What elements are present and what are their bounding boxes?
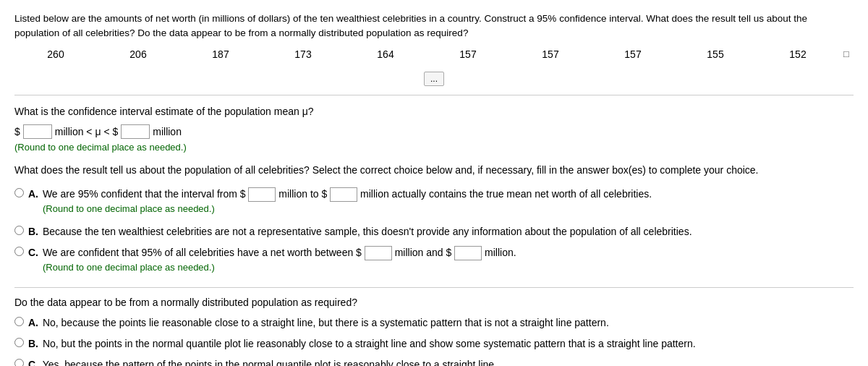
norm-option-c-text: Yes, because the pattern of the points i…: [43, 359, 497, 366]
what-result-question: What does the result tell us about the p…: [14, 163, 854, 178]
option-b-text: Because the ten wealthiest celebrities a…: [43, 226, 692, 237]
data-val-3: 173: [262, 48, 344, 60]
norm-option-a-letter: A.: [28, 317, 38, 328]
data-val-4: 164: [344, 48, 427, 60]
norm-option-a-text: No, because the points lie reasonable cl…: [43, 317, 609, 328]
data-row: 260 206 187 173 164 157 157 157 155 152 …: [14, 48, 854, 66]
data-val-1: 206: [97, 48, 179, 60]
data-val-9: 152: [757, 48, 839, 60]
ci-million-end-label: million: [153, 126, 182, 137]
option-a-hint: (Round to one decimal place as needed.): [43, 203, 652, 214]
normal-dist-question: Do the data appear to be from a normally…: [14, 297, 854, 308]
option-c-radio[interactable]: [14, 247, 24, 256]
norm-option-a-container: A. No, because the points lie reasonable…: [14, 315, 854, 331]
expand-button[interactable]: ...: [424, 72, 444, 86]
data-val-6: 157: [509, 48, 592, 60]
norm-option-a-radio[interactable]: [14, 317, 24, 326]
option-c-container: C. We are confident that 95% of all cele…: [14, 245, 854, 277]
ci-dollar-prefix: $: [14, 126, 20, 137]
data-val-2: 187: [179, 48, 262, 60]
option-c-input-1[interactable]: [365, 246, 392, 260]
option-c-hint: (Round to one decimal place as needed.): [43, 262, 516, 273]
option-a-text-before: We are 95% confident that the interval f…: [43, 188, 246, 200]
option-c-text-before: We are confident that 95% of all celebri…: [43, 247, 362, 258]
data-val-5: 157: [427, 48, 509, 60]
norm-option-b-letter: B.: [28, 338, 38, 349]
option-b-container: B. Because the ten wealthiest celebritie…: [14, 224, 854, 239]
ci-hint: (Round to one decimal place as needed.): [14, 142, 854, 153]
option-a-container: A. We are 95% confident that the interva…: [14, 187, 854, 218]
option-c-text-after: million.: [485, 247, 516, 258]
option-b-radio[interactable]: [14, 226, 24, 235]
ci-million-lt-label: million < μ < $: [55, 126, 118, 137]
data-val-8: 155: [674, 48, 757, 60]
norm-option-a-label: A. No, because the points lie reasonable…: [28, 315, 609, 331]
norm-option-b-radio[interactable]: [14, 338, 24, 347]
norm-option-b-container: B. No, but the points in the normal quan…: [14, 336, 854, 352]
option-b-label: B. Because the ten wealthiest celebritie…: [28, 224, 692, 239]
option-a-input-1[interactable]: [248, 187, 276, 202]
section-divider-2: [14, 287, 854, 288]
copy-icon[interactable]: □: [839, 48, 854, 59]
ci-upper-input[interactable]: [121, 124, 150, 139]
option-b-letter: B.: [28, 226, 38, 237]
norm-option-c-container: C. Yes, because the pattern of the point…: [14, 357, 854, 366]
norm-option-b-label: B. No, but the points in the normal quan…: [28, 336, 696, 352]
section-divider-1: [14, 95, 854, 95]
norm-option-c-letter: C.: [28, 359, 38, 366]
option-c-label: C. We are confident that 95% of all cele…: [28, 247, 516, 258]
norm-option-c-radio[interactable]: [14, 359, 24, 366]
option-a-label: A. We are 95% confident that the interva…: [28, 188, 652, 200]
ci-lower-input[interactable]: [23, 124, 52, 139]
option-c-input-2[interactable]: [454, 246, 482, 260]
intro-text: Listed below are the amounts of net wort…: [14, 12, 854, 41]
norm-option-c-label: C. Yes, because the pattern of the point…: [28, 357, 497, 366]
option-c-letter: C.: [28, 247, 38, 258]
option-c-text-middle: million and $: [395, 247, 452, 258]
option-a-text-middle: million to $: [278, 188, 327, 200]
option-a-radio[interactable]: [14, 188, 24, 197]
ci-question: What is the confidence interval estimate…: [14, 106, 854, 117]
data-val-0: 260: [14, 48, 97, 60]
norm-option-b-text: No, but the points in the normal quantil…: [43, 338, 696, 349]
option-a-input-2[interactable]: [330, 187, 357, 202]
ci-row: $ million < μ < $ million: [14, 124, 854, 139]
option-a-letter: A.: [28, 188, 38, 200]
option-a-text-after: million actually contains the true mean …: [360, 188, 652, 200]
data-val-7: 157: [592, 48, 674, 60]
